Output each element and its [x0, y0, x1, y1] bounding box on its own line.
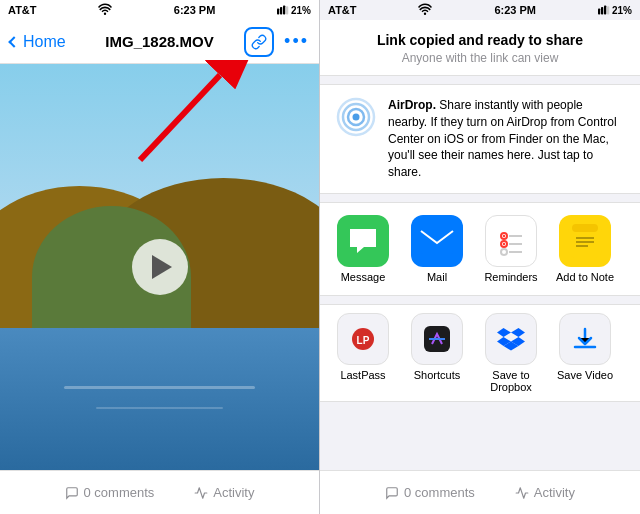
right-status-bar: AT&T 6:23 PM 21%: [320, 0, 640, 20]
left-nav-bar: Home IMG_1828.MOV •••: [0, 20, 319, 64]
nav-actions: •••: [244, 27, 309, 57]
right-activity-item[interactable]: Activity: [515, 485, 575, 500]
app-reminders[interactable]: Reminders: [476, 215, 546, 283]
svg-rect-9: [607, 6, 609, 14]
app-mail[interactable]: Mail: [402, 215, 472, 283]
right-comments-label: 0 comments: [404, 485, 475, 500]
play-button[interactable]: [132, 239, 188, 295]
svg-rect-6: [598, 9, 600, 15]
chevron-left-icon: [8, 36, 19, 47]
mail-icon: [411, 215, 463, 267]
lastpass-icon: LP: [337, 313, 389, 365]
left-bottom-bar: 0 comments Activity: [0, 470, 319, 514]
comments-item: 0 comments: [65, 485, 155, 500]
right-battery: 21%: [612, 5, 632, 16]
svg-rect-14: [421, 228, 453, 254]
left-time: 6:23 PM: [174, 4, 216, 16]
message-icon: [337, 215, 389, 267]
notes-label: Add to Note: [556, 271, 614, 283]
svg-point-19: [503, 243, 505, 245]
svg-point-16: [503, 235, 505, 237]
svg-rect-8: [604, 6, 606, 15]
app-message[interactable]: Message: [328, 215, 398, 283]
dropbox-icon: [485, 313, 537, 365]
message-label: Message: [341, 271, 386, 283]
airdrop-text: AirDrop. Share instantly with people nea…: [388, 97, 624, 181]
nav-title: IMG_1828.MOV: [105, 33, 213, 50]
back-label: Home: [23, 33, 66, 51]
left-battery: 21%: [291, 5, 311, 16]
notes-icon: [559, 215, 611, 267]
svg-rect-1: [280, 7, 282, 15]
left-status-bar: AT&T 6:23 PM 21%: [0, 0, 319, 20]
share-title: Link copied and ready to share: [336, 32, 624, 48]
svg-rect-0: [277, 9, 279, 15]
right-comments-item: 0 comments: [385, 485, 475, 500]
reminders-label: Reminders: [484, 271, 537, 283]
left-wifi-icon: [98, 3, 112, 17]
save-video-label: Save Video: [557, 369, 613, 381]
shortcuts-icon: [411, 313, 463, 365]
actions-row: LP LastPass Shortcuts: [320, 304, 640, 402]
spacer: [320, 402, 640, 470]
share-subtitle: Anyone with the link can view: [336, 51, 624, 65]
action-lastpass[interactable]: LP LastPass: [328, 313, 398, 393]
reminders-icon: [485, 215, 537, 267]
airdrop-icon: [336, 97, 376, 137]
svg-rect-7: [601, 7, 603, 15]
svg-rect-2: [283, 6, 285, 15]
right-panel: AT&T 6:23 PM 21% Link copied and ready t…: [320, 0, 640, 514]
svg-rect-24: [572, 224, 598, 232]
more-button[interactable]: •••: [284, 31, 309, 52]
right-wifi-icon: [418, 3, 432, 17]
svg-point-21: [501, 249, 507, 255]
activity-label: Activity: [213, 485, 254, 500]
right-carrier: AT&T: [328, 4, 357, 16]
right-bottom-bar: 0 comments Activity: [320, 470, 640, 514]
save-video-icon: [559, 313, 611, 365]
link-button[interactable]: [244, 27, 274, 57]
activity-item[interactable]: Activity: [194, 485, 254, 500]
back-button[interactable]: Home: [10, 33, 66, 51]
app-notes[interactable]: Add to Note: [550, 215, 620, 283]
share-header: Link copied and ready to share Anyone wi…: [320, 20, 640, 76]
left-panel: AT&T 6:23 PM 21% Home IMG_1828.MOV •••: [0, 0, 320, 514]
app-icons-row: Message Mail: [320, 202, 640, 296]
action-save-video[interactable]: Save Video: [550, 313, 620, 393]
right-time: 6:23 PM: [494, 4, 536, 16]
svg-text:LP: LP: [357, 335, 370, 346]
action-shortcuts[interactable]: Shortcuts: [402, 313, 472, 393]
airdrop-section[interactable]: AirDrop. Share instantly with people nea…: [320, 84, 640, 194]
airdrop-bold: AirDrop.: [388, 98, 436, 112]
video-area[interactable]: [0, 64, 319, 470]
right-activity-label: Activity: [534, 485, 575, 500]
comments-label: 0 comments: [84, 485, 155, 500]
lastpass-label: LastPass: [340, 369, 385, 381]
svg-point-13: [353, 114, 360, 121]
svg-rect-3: [286, 6, 288, 14]
shortcuts-label: Shortcuts: [414, 369, 460, 381]
right-battery-area: 21%: [598, 5, 632, 16]
play-icon: [152, 255, 172, 279]
left-carrier: AT&T: [8, 4, 37, 16]
dropbox-label: Save to Dropbox: [476, 369, 546, 393]
mail-label: Mail: [427, 271, 447, 283]
left-status-icons: 21%: [277, 5, 311, 16]
action-dropbox[interactable]: Save to Dropbox: [476, 313, 546, 393]
